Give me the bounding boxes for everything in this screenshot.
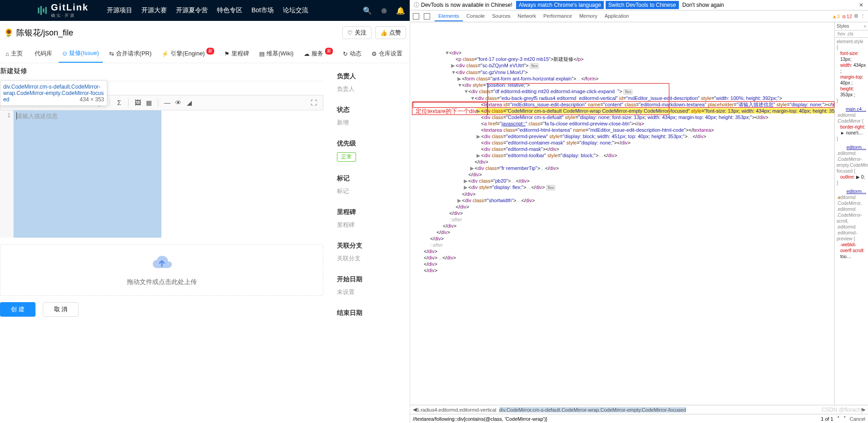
- dom-node[interactable]: <div class="CodeMirror cm-s-defualt" sty…: [413, 114, 834, 120]
- devtools-tab-console[interactable]: Console: [463, 11, 488, 21]
- dom-node[interactable]: </div>: [413, 267, 834, 274]
- crumb-left-arrow[interactable]: ◀: [413, 407, 416, 413]
- dom-node[interactable]: ▶<div class="sc-bZQynM eVUtrt"> flex: [413, 62, 834, 69]
- error-badge[interactable]: ⦻12: [842, 14, 852, 19]
- follow-button[interactable]: ♡关注: [342, 26, 371, 39]
- kebab-icon[interactable]: ⋮: [860, 13, 865, 19]
- dom-tree[interactable]: 定位textare的下一个div层 ▼<div><p class="font-1…: [410, 22, 834, 405]
- styles-sub[interactable]: :hov .cls: [835, 30, 868, 38]
- dom-node[interactable]: ▼<div>: [413, 50, 834, 56]
- devtools-tab-network[interactable]: Network: [514, 11, 540, 21]
- warning-badge[interactable]: ▲3: [832, 14, 840, 19]
- dom-node[interactable]: <div class="editormd-container-mask" sty…: [413, 139, 834, 146]
- xpath-up[interactable]: ˄: [837, 416, 840, 422]
- tab-issue[interactable]: ⊙疑修(Issue): [59, 45, 103, 63]
- dom-node[interactable]: ::after: [413, 216, 834, 223]
- dom-node[interactable]: </div>: [413, 235, 834, 242]
- dom-node[interactable]: </div>: [413, 248, 834, 254]
- nav-item[interactable]: 开源大赛: [141, 6, 167, 15]
- fullscreen-button[interactable]: ⛶: [308, 97, 319, 108]
- styles-body[interactable]: element.style {font-size: 13px;width: 43…: [835, 38, 868, 263]
- tab-engine[interactable]: ⚡引擎(Engine)新: [158, 45, 218, 63]
- star-button[interactable]: 👍点赞: [375, 26, 406, 39]
- create-button[interactable]: 创 建: [0, 302, 35, 317]
- plus-icon[interactable]: ⊕: [381, 6, 387, 15]
- devtools-tab-sources[interactable]: Sources: [488, 11, 514, 21]
- tab-home[interactable]: ⌂主页: [2, 45, 26, 63]
- dom-node[interactable]: ▶<form class="ant-form ant-form-horizont…: [413, 75, 834, 82]
- devtools-tab-memory[interactable]: Memory: [576, 11, 601, 21]
- dom-node[interactable]: </div>…</div>: [413, 254, 834, 261]
- status-header[interactable]: 状态: [337, 106, 402, 114]
- nav-item[interactable]: 论坛交流: [283, 6, 308, 15]
- dom-node[interactable]: ▶<div class="pb20">…</div>: [413, 178, 834, 184]
- dom-node[interactable]: ::after: [413, 242, 834, 248]
- dom-node[interactable]: ▶<div style="display: flex;">…</div> fle…: [413, 184, 834, 191]
- styles-tab[interactable]: Styles: [837, 24, 849, 29]
- more-icon[interactable]: »: [863, 24, 866, 29]
- tab-act[interactable]: ↻动态: [339, 45, 365, 63]
- eraser-button[interactable]: ◢: [184, 97, 195, 108]
- crumb-segment-active[interactable]: div.CodeMirror.cm-s-default.CodeMirror-w…: [499, 407, 686, 413]
- dom-node[interactable]: </div>: [413, 159, 834, 165]
- dom-node[interactable]: ▶<div class="editormd-toolbar" style="di…: [413, 152, 834, 159]
- banner-btn-3[interactable]: Don't show again: [682, 2, 724, 8]
- tab-pr[interactable]: ⇆合并请求(PR): [105, 45, 156, 63]
- enddate-header[interactable]: 结束日期: [337, 309, 402, 317]
- tab-code[interactable]: 代码库: [29, 45, 56, 63]
- inspect-icon[interactable]: [413, 13, 419, 20]
- dom-node[interactable]: </div>: [413, 261, 834, 267]
- dom-node[interactable]: </div>: [413, 171, 834, 178]
- code-editor[interactable]: 请输入描述信息: [14, 110, 161, 238]
- dom-node[interactable]: <p class="font-17 color-grey-3 mt20 mb15…: [413, 56, 834, 62]
- tag-header[interactable]: 标记: [337, 174, 402, 183]
- preview-button[interactable]: 👁: [173, 97, 184, 108]
- dom-node[interactable]: ▶<div class="shortwidth">…</div>: [413, 197, 834, 204]
- search-icon[interactable]: 🔍: [363, 6, 372, 15]
- dom-node[interactable]: </div>: [413, 210, 834, 216]
- startdate-header[interactable]: 开始日期: [337, 275, 402, 284]
- devtools-tab-performance[interactable]: Performance: [540, 11, 576, 21]
- tab-srv[interactable]: ☁服务新: [300, 45, 336, 63]
- nav-item[interactable]: 开源项目: [107, 6, 132, 15]
- hr-button[interactable]: —: [162, 97, 173, 108]
- priority-header[interactable]: 优先级: [337, 139, 402, 148]
- gear-icon[interactable]: ⚙: [854, 13, 858, 19]
- branch-header[interactable]: 关联分支: [337, 242, 402, 250]
- dom-node[interactable]: <div class="editormd-mask"></div>: [413, 146, 834, 152]
- dom-node[interactable]: <textarea class="editormd-html-textarea"…: [413, 127, 834, 133]
- dom-node[interactable]: </div>: [413, 229, 834, 235]
- crumb-user[interactable]: 陈银花: [16, 27, 41, 38]
- milestone-header[interactable]: 里程碑: [337, 208, 402, 216]
- close-icon[interactable]: ✕: [859, 2, 863, 8]
- cancel-button[interactable]: 取 消: [43, 302, 79, 317]
- crumb-repo[interactable]: json_file: [43, 28, 73, 38]
- dom-node[interactable]: </div>: [413, 191, 834, 197]
- nav-item[interactable]: 特色专区: [217, 6, 242, 15]
- table-button[interactable]: ▦: [143, 97, 154, 108]
- tab-wiki[interactable]: ▤维基(Wiki): [256, 45, 297, 63]
- dom-node[interactable]: ▼<div class="sc-gzVnrw LMoxU">: [413, 69, 834, 75]
- logo[interactable]: GitLink确实·开源: [36, 2, 89, 19]
- dom-node[interactable]: ▶<div class="editormd-preview" style="di…: [413, 133, 834, 139]
- upload-dropzone[interactable]: 拖动文件或点击此处上传: [0, 244, 323, 296]
- dom-node[interactable]: </div>: [413, 223, 834, 229]
- image-button[interactable]: 🖼: [132, 97, 143, 108]
- devtools-tab-elements[interactable]: Elements: [435, 11, 463, 21]
- banner-btn-2[interactable]: Switch DevTools to Chinese: [606, 1, 679, 9]
- xpath-cancel[interactable]: Cancel: [850, 416, 865, 422]
- bell-icon[interactable]: 🔔: [396, 6, 405, 15]
- dom-node[interactable]: </div>: [413, 204, 834, 210]
- crumb-segment[interactable]: 5.radius4.editormd.editormd-vertical: [416, 407, 496, 413]
- banner-btn-1[interactable]: Always match Chrome's language: [516, 1, 604, 9]
- nav-item[interactable]: Bot市场: [251, 6, 274, 15]
- nav-item[interactable]: 开源夏令营: [176, 6, 208, 15]
- xpath-down[interactable]: ˅: [843, 416, 846, 422]
- devtools-tab-application[interactable]: Application: [601, 11, 633, 21]
- dom-node[interactable]: <a href="javascript:;" class="fa fa-clos…: [413, 120, 834, 127]
- owner-header[interactable]: 负责人: [337, 72, 402, 80]
- xpath-input[interactable]: [413, 416, 817, 422]
- tab-set[interactable]: ⚙仓库设置: [368, 45, 406, 63]
- dom-breadcrumb[interactable]: ◀ 5.radius4.editormd.editormd-vertical d…: [410, 405, 868, 414]
- sigma-button[interactable]: Σ: [114, 97, 125, 108]
